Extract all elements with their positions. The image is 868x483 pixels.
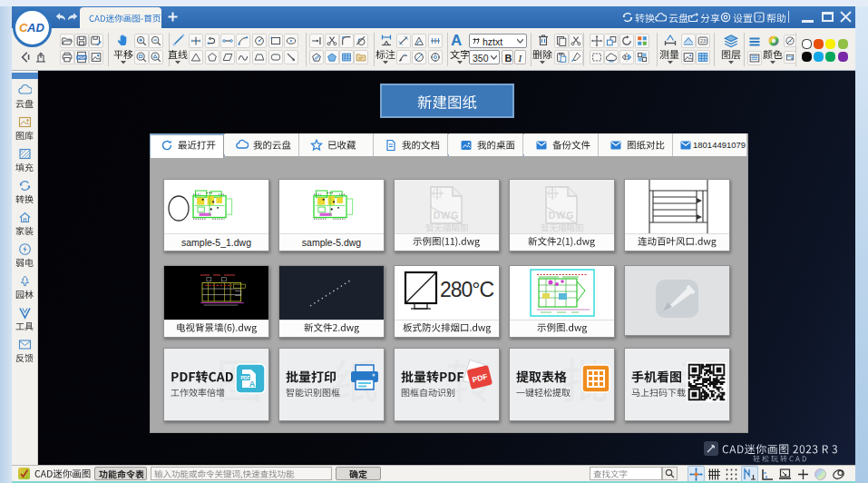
svg-text:A: A — [249, 380, 256, 389]
svg-text:DWG: DWG — [549, 210, 575, 221]
svg-text:AD: AD — [26, 21, 44, 34]
svg-text:?: ? — [757, 14, 762, 22]
svg-text:PDF: PDF — [78, 55, 86, 60]
svg-text:280°C: 280°C — [440, 278, 494, 301]
svg-text:23: 23 — [700, 38, 706, 44]
svg-text:DWG: DWG — [434, 210, 460, 221]
